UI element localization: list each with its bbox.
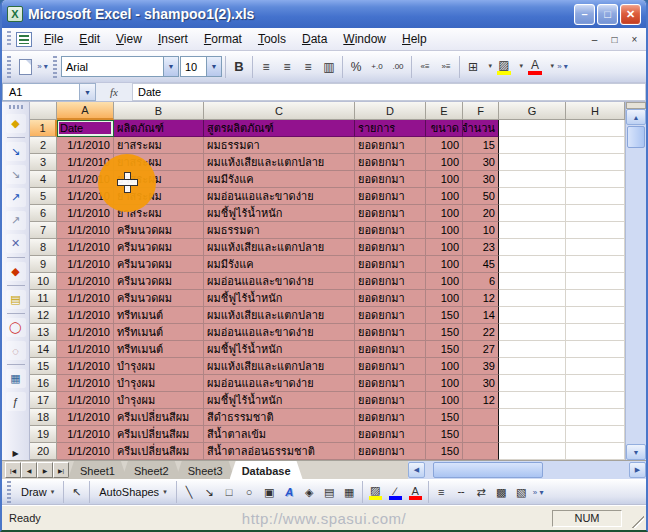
cell-E1[interactable]: ขนาด: [426, 120, 463, 137]
cell-G7[interactable]: [499, 222, 566, 239]
cell-G17[interactable]: [499, 392, 566, 409]
row-header-18[interactable]: 18: [30, 409, 57, 426]
cell-E17[interactable]: 100: [426, 392, 463, 409]
cell-G6[interactable]: [499, 205, 566, 222]
cell-F8[interactable]: 23: [463, 239, 499, 256]
cell-B9[interactable]: ครีมนวดผม: [114, 256, 204, 273]
cell-A20[interactable]: 1/1/2010: [57, 443, 114, 460]
cell-H7[interactable]: [566, 222, 625, 239]
cell-B7[interactable]: ครีมนวดผม: [114, 222, 204, 239]
cell-F19[interactable]: [463, 426, 499, 443]
remove-dependent-arrows-icon[interactable]: ↗: [6, 211, 26, 230]
cell-D6[interactable]: ยอดยกมา: [355, 205, 426, 222]
cell-B14[interactable]: ทรีทเมนต์: [114, 341, 204, 358]
cell-D7[interactable]: ยอดยกมา: [355, 222, 426, 239]
dropdown-caret-icon[interactable]: ▾: [550, 62, 554, 70]
remove-all-arrows-icon[interactable]: ✕: [6, 234, 26, 253]
cell-E12[interactable]: 150: [426, 307, 463, 324]
evaluate-formula-icon[interactable]: ƒ: [6, 392, 26, 411]
cell-C11[interactable]: ผมชี้ฟูไร้น้ำหนัก: [204, 290, 355, 307]
cell-E11[interactable]: 100: [426, 290, 463, 307]
scroll-up-icon[interactable]: ▲: [626, 109, 646, 125]
textbox-icon[interactable]: ▣: [260, 482, 279, 502]
cell-G12[interactable]: [499, 307, 566, 324]
cell-B12[interactable]: ทรีทเมนต์: [114, 307, 204, 324]
row-header-12[interactable]: 12: [30, 307, 57, 324]
cell-F16[interactable]: 30: [463, 375, 499, 392]
column-header-F[interactable]: F: [463, 102, 499, 120]
cell-H15[interactable]: [566, 358, 625, 375]
toolbar-grip[interactable]: [7, 481, 11, 503]
cell-E10[interactable]: 100: [426, 273, 463, 290]
menu-insert[interactable]: Insert: [150, 30, 196, 48]
cell-C10[interactable]: ผมอ่อนแอและขาดง่าย: [204, 273, 355, 290]
minimize-button[interactable]: –: [574, 4, 595, 25]
rectangle-icon[interactable]: □: [220, 482, 239, 502]
3d-style-icon[interactable]: ▧: [512, 482, 531, 502]
cell-F11[interactable]: 12: [463, 290, 499, 307]
cell-F15[interactable]: 39: [463, 358, 499, 375]
cell-E7[interactable]: 100: [426, 222, 463, 239]
fill-color-button[interactable]: ▨▾: [494, 56, 514, 77]
cell-H9[interactable]: [566, 256, 625, 273]
menu-window[interactable]: Window: [335, 30, 394, 48]
column-header-E[interactable]: E: [426, 102, 463, 120]
cell-H11[interactable]: [566, 290, 625, 307]
insert-function-icon[interactable]: fx: [96, 83, 132, 101]
row-header-7[interactable]: 7: [30, 222, 57, 239]
autoshapes-menu-button[interactable]: AutoShapes▾: [93, 484, 172, 500]
cell-E20[interactable]: 150: [426, 443, 463, 460]
cell-B3[interactable]: ยาสระผม: [114, 154, 204, 171]
cell-E5[interactable]: 100: [426, 188, 463, 205]
row-header-1[interactable]: 1: [30, 120, 57, 137]
cell-A15[interactable]: 1/1/2010: [57, 358, 114, 375]
dropdown-caret-icon[interactable]: ▾: [488, 62, 492, 70]
cell-B11[interactable]: ครีมนวดผม: [114, 290, 204, 307]
increase-indent-button[interactable]: »≡: [436, 56, 456, 77]
cell-B10[interactable]: ครีมนวดผม: [114, 273, 204, 290]
cell-C4[interactable]: ผมมีรังแค: [204, 171, 355, 188]
cell-B18[interactable]: ครีมเปลี่ยนสีผม: [114, 409, 204, 426]
cell-H18[interactable]: [566, 409, 625, 426]
cell-B6[interactable]: ยาสระผม: [114, 205, 204, 222]
remove-precedent-arrows-icon[interactable]: ↘: [6, 165, 26, 184]
cell-E9[interactable]: 100: [426, 256, 463, 273]
circle-invalid-data-icon[interactable]: ◯: [6, 318, 26, 337]
cell-F9[interactable]: 45: [463, 256, 499, 273]
cell-A11[interactable]: 1/1/2010: [57, 290, 114, 307]
row-header-5[interactable]: 5: [30, 188, 57, 205]
diagram-icon[interactable]: ◈: [300, 482, 319, 502]
scroll-left-icon[interactable]: ◀: [408, 462, 425, 478]
new-document-button[interactable]: [15, 56, 35, 77]
cell-B20[interactable]: ครีมเปลี่ยนสีผม: [114, 443, 204, 460]
new-comment-icon[interactable]: ▤: [6, 290, 26, 309]
cell-B19[interactable]: ครีมเปลี่ยนสีผม: [114, 426, 204, 443]
cell-A19[interactable]: 1/1/2010: [57, 426, 114, 443]
toolbar-options-chevron-end[interactable]: » ▾: [556, 56, 569, 78]
first-sheet-button[interactable]: |◀: [5, 462, 21, 478]
fill-color-icon[interactable]: ▨: [366, 482, 385, 502]
cell-H2[interactable]: [566, 137, 625, 154]
select-objects-icon[interactable]: ↖: [67, 482, 86, 502]
horizontal-scrollbar[interactable]: ◀ ▶: [408, 461, 646, 479]
cell-E6[interactable]: 100: [426, 205, 463, 222]
wordart-icon[interactable]: A: [280, 482, 299, 502]
cell-D11[interactable]: ยอดยกมา: [355, 290, 426, 307]
tab-sheet2[interactable]: Sheet2: [122, 461, 181, 479]
row-header-13[interactable]: 13: [30, 324, 57, 341]
cell-G13[interactable]: [499, 324, 566, 341]
font-name-select[interactable]: Arial▼: [61, 56, 179, 77]
menu-format[interactable]: Format: [196, 30, 250, 48]
toolbar-options-chevron[interactable]: » ▾: [36, 56, 49, 78]
cell-C12[interactable]: ผมแห้งเสียและแตกปลาย: [204, 307, 355, 324]
column-header-D[interactable]: D: [355, 102, 426, 120]
column-header-H[interactable]: H: [566, 102, 625, 120]
row-header-11[interactable]: 11: [30, 290, 57, 307]
cell-D2[interactable]: ยอดยกมา: [355, 137, 426, 154]
oval-icon[interactable]: ○: [240, 482, 259, 502]
arrow-icon[interactable]: ↘: [200, 482, 219, 502]
dropdown-arrow-icon[interactable]: ▼: [206, 57, 221, 76]
line-style-icon[interactable]: ≡: [432, 482, 451, 502]
cell-C6[interactable]: ผมชี้ฟูไร้น้ำหนัก: [204, 205, 355, 222]
row-header-10[interactable]: 10: [30, 273, 57, 290]
